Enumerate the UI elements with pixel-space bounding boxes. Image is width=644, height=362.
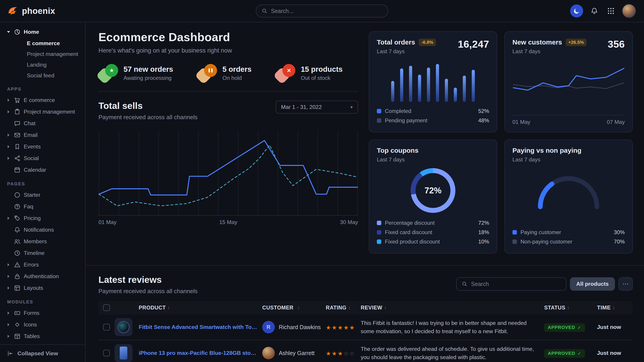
- pause-icon: [197, 64, 217, 82]
- navbar-actions: [570, 4, 636, 18]
- user-avatar[interactable]: [622, 4, 636, 18]
- sidebar-item-layouts[interactable]: Layouts: [0, 282, 85, 294]
- theme-toggle-button[interactable]: [570, 4, 583, 17]
- legend-label: Percentage discount: [385, 220, 434, 226]
- new-customers-x-axis: 01 May 07 May: [512, 115, 625, 125]
- sidebar-item-project-management[interactable]: Project management: [0, 106, 85, 118]
- avatar: [262, 347, 275, 359]
- chevron-right-icon: [6, 323, 11, 326]
- reviews-title: Latest reviews: [98, 275, 198, 285]
- reviews-search-input[interactable]: [471, 281, 561, 287]
- lock-icon: [14, 273, 20, 280]
- reviews-table-body: Fitbit Sense Advanced Smartwatch with To…: [98, 314, 633, 362]
- brand[interactable]: phoenix: [7, 5, 55, 16]
- sidebar-item-components[interactable]: Components: [0, 342, 85, 344]
- column-header-review[interactable]: REVIEW↕: [361, 305, 544, 311]
- main-content: Ecommerce Dashboard Here's what's going …: [86, 22, 644, 362]
- legend-value: 30%: [614, 229, 625, 235]
- column-header-time[interactable]: TIME↕: [597, 305, 633, 311]
- column-header-product[interactable]: PRODUCT↕: [139, 305, 262, 311]
- sidebar-item-e-commerce[interactable]: E commerce: [0, 38, 85, 49]
- all-products-button[interactable]: All products: [570, 277, 615, 291]
- sidebar-item-faq[interactable]: Faq: [0, 201, 85, 212]
- form-icon: [14, 310, 20, 316]
- sidebar-item-errors[interactable]: Errors: [0, 259, 85, 271]
- customer-name: Richard Dawkins: [279, 324, 321, 331]
- page-subtitle: Here's what's going on at your business …: [98, 47, 358, 54]
- sidebar-item-timeline[interactable]: Timeline: [0, 247, 85, 259]
- clipboard-icon: [14, 108, 20, 115]
- column-header-rating[interactable]: RATING↕: [326, 305, 361, 311]
- table-row: Fitbit Sense Advanced Smartwatch with To…: [98, 314, 633, 340]
- sidebar-item-social-feed[interactable]: Social feed: [0, 70, 85, 81]
- sidebar-item-landing[interactable]: Landing: [0, 59, 85, 70]
- total-sells-x-axis: 01 May 15 May 30 May: [98, 219, 358, 225]
- legend-item: Fixed card discount18%: [377, 228, 489, 237]
- column-header-customer[interactable]: CUSTOMER↕: [262, 305, 326, 311]
- product-link[interactable]: Fitbit Sense Advanced Smartwatch with To…: [139, 324, 258, 330]
- global-search[interactable]: [256, 4, 388, 17]
- sidebar-item-authentication[interactable]: Authentication: [0, 271, 85, 282]
- collapsed-view-label: Collapsed View: [18, 350, 58, 357]
- x-tick-label: 01 May: [98, 219, 116, 225]
- sort-icon: ↕: [298, 305, 300, 310]
- collapsed-view-toggle[interactable]: Collapsed View: [0, 344, 85, 362]
- apps-grid-button[interactable]: [606, 5, 616, 16]
- reviews-table-head: PRODUCT↕CUSTOMER↕RATING↕REVIEW↕STATUS↕TI…: [98, 301, 633, 314]
- legend-value: 18%: [478, 229, 489, 235]
- select-all-checkbox[interactable]: [103, 304, 110, 311]
- chevron-right-icon: [6, 157, 11, 160]
- sidebar-item-calendar[interactable]: Calendar: [0, 164, 85, 176]
- sidebar-item-notifications[interactable]: Notifications: [0, 224, 85, 236]
- chevron-right-icon: [6, 263, 11, 266]
- legend-label: Fixed card discount: [385, 229, 432, 235]
- card-title: Top coupons: [377, 147, 418, 154]
- collapse-icon: [7, 350, 14, 357]
- sidebar-item-forms[interactable]: Forms: [0, 307, 85, 319]
- legend-label: Non-paying customer: [520, 239, 572, 245]
- search-input[interactable]: [271, 8, 382, 14]
- chevron-right-icon: [6, 275, 11, 278]
- card-title: New customers: [512, 38, 562, 46]
- chevron-right-icon: [6, 133, 11, 137]
- bar: [472, 70, 475, 102]
- reviews-search[interactable]: [456, 277, 566, 291]
- legend-swatch: [512, 230, 517, 235]
- sidebar-item-social[interactable]: Social: [0, 152, 85, 164]
- sidebar-item-project-management[interactable]: Project management: [0, 49, 85, 59]
- row-checkbox[interactable]: [103, 350, 110, 357]
- sidebar-item-tables[interactable]: Tables: [0, 331, 85, 342]
- bell-icon: [590, 7, 598, 15]
- sidebar-item-icons[interactable]: Icons: [0, 319, 85, 331]
- sidebar-item-pricing[interactable]: Pricing: [0, 212, 85, 224]
- product-link[interactable]: iPhone 13 pro max-Pacific Blue-128GB sto…: [139, 350, 258, 356]
- share-icon: [14, 155, 20, 162]
- legend-label: Pending payment: [385, 117, 428, 124]
- sidebar-item-email[interactable]: Email: [0, 129, 85, 141]
- x-tick-label: 15 May: [219, 219, 238, 225]
- dashboard-left-column: Ecommerce Dashboard Here's what's going …: [98, 30, 358, 254]
- date-range-select[interactable]: Mar 1 - 31, 2022 ▾: [276, 101, 358, 114]
- bar: [445, 79, 448, 102]
- sidebar-item-events[interactable]: Events: [0, 141, 85, 152]
- notifications-button[interactable]: [589, 5, 600, 16]
- sort-icon: ↕: [384, 305, 387, 310]
- bar: [391, 81, 394, 102]
- card-title: Paying vs non paying: [512, 147, 581, 154]
- sidebar-item-e-commerce[interactable]: E commerce: [0, 94, 85, 106]
- sidebar-item-home[interactable]: Home: [0, 26, 85, 38]
- sidebar-item-starter[interactable]: Starter: [0, 189, 85, 201]
- more-options-button[interactable]: ⋯: [618, 277, 633, 291]
- sort-icon: ↕: [168, 305, 170, 310]
- sort-icon: ↕: [613, 305, 615, 310]
- sidebar-item-members[interactable]: Members: [0, 236, 85, 247]
- stat-value: 57 new orders: [124, 65, 173, 73]
- phoenix-logo-icon: [7, 5, 18, 16]
- kpi-cards: Total orders -6.8% Last 7 days 16,247 Co…: [369, 30, 633, 254]
- column-header-status[interactable]: STATUS↕: [544, 305, 597, 311]
- row-checkbox[interactable]: [103, 324, 110, 331]
- legend-value: 10%: [478, 239, 489, 245]
- legend-swatch: [377, 230, 381, 235]
- stat-label: Out of stock: [301, 75, 342, 81]
- sidebar-item-chat[interactable]: Chat: [0, 118, 85, 129]
